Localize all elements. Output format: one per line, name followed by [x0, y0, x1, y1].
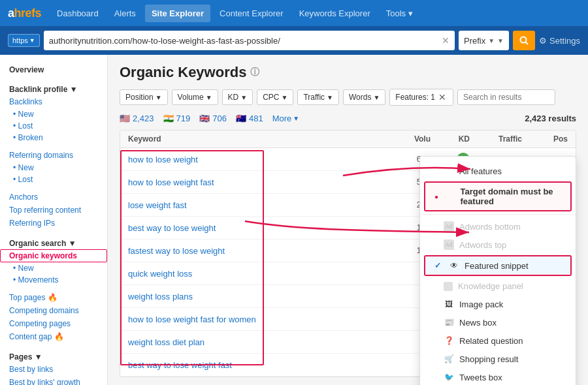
results-count: 2,423 results [525, 114, 576, 123]
nav-site-explorer[interactable]: Site Explorer [145, 5, 210, 22]
keyword-link-2[interactable]: lose weight fast [128, 200, 391, 210]
dropdown-image-pack[interactable]: 🖼 Image pack [420, 295, 576, 313]
sidebar-item-competing-domains[interactable]: Competing domains [0, 304, 107, 317]
filter-traffic[interactable]: Traffic [297, 89, 339, 105]
nav-keywords-explorer[interactable]: Keywords Explorer [293, 5, 377, 22]
keyword-link-4[interactable]: fastest way to lose weight [128, 246, 391, 256]
sidebar-item-content-gap[interactable]: Content gap [0, 330, 107, 343]
sidebar-sub-organic-movements[interactable]: Movements [0, 274, 107, 286]
svg-point-0 [521, 37, 527, 43]
dropdown-tweets-box[interactable]: 🐦 Tweets box [420, 368, 576, 385]
keyword-link-3[interactable]: best way to lose weight [128, 223, 391, 233]
sidebar-organic-search-title[interactable]: Organic search ▼ [0, 235, 107, 249]
dropdown-adwords-top[interactable]: Ad Adwords top [420, 236, 576, 254]
top-nav: ahrefs Dashboard Alerts Site Explorer Co… [0, 0, 588, 26]
flag-in[interactable]: 🇮🇳 719 [163, 114, 191, 123]
sidebar-pages-title[interactable]: Pages ▼ [0, 348, 107, 363]
dropdown-shopping-result[interactable]: 🛒 Shopping result [420, 350, 576, 368]
dropdown-knowledge-panel[interactable]: Knowledge panel [420, 277, 576, 295]
dropdown-all-features[interactable]: All features [420, 162, 576, 180]
dropdown-related-question[interactable]: ❓ Related question [420, 331, 576, 350]
filter-words[interactable]: Words [343, 89, 385, 105]
sidebar-sub-organic-new[interactable]: New [0, 262, 107, 274]
sidebar-item-referring-ips[interactable]: Referring IPs [0, 217, 107, 230]
sidebar-item-referring-domains[interactable]: Referring domains [0, 149, 107, 162]
nav-dashboard[interactable]: Dashboard [50, 5, 105, 22]
keyword-link-8[interactable]: weight loss diet plan [128, 337, 391, 347]
filter-features-close[interactable]: ✕ [437, 92, 448, 102]
sidebar-sub-backlinks-lost[interactable]: Lost [0, 120, 107, 132]
content-area: Organic Keywords ⓘ Position Volume KD CP… [108, 55, 588, 385]
sidebar-item-best-by-links[interactable]: Best by links [0, 363, 107, 376]
keyword-link-0[interactable]: how to lose weight [128, 155, 391, 164]
clear-url-button[interactable]: ✕ [442, 35, 449, 46]
settings-button[interactable]: ⚙ Settings [539, 36, 580, 46]
page-title: Organic Keywords ⓘ [120, 64, 576, 81]
protocol-selector[interactable]: https [8, 34, 40, 47]
sidebar-item-organic-keywords[interactable]: Organic keywords [0, 249, 107, 262]
sidebar-overview: Overview [0, 61, 107, 76]
table-header: Keyword Volu KD Traffic Pos [120, 131, 576, 148]
svg-line-1 [526, 42, 529, 45]
target-domain-box: ● Target domain must be featured [424, 181, 572, 211]
flag-au[interactable]: 🇦🇺 481 [236, 114, 263, 123]
url-bar: https ✕ Prefix ▼ ⚙ Settings [0, 26, 588, 55]
flags-row: 🇺🇸 2,423 🇮🇳 719 🇬🇧 706 🇦🇺 481 More 2,423… [120, 114, 576, 123]
dropdown-featured-snippet[interactable]: ✓ 👁 Featured snippet [425, 256, 570, 275]
main-layout: Overview Backlink profile ▼ Backlinks Ne… [0, 55, 588, 385]
page-title-info-icon[interactable]: ⓘ [250, 67, 259, 78]
flag-gb[interactable]: 🇬🇧 706 [199, 114, 227, 123]
dropdown-news-box[interactable]: 📰 News box [420, 313, 576, 331]
keyword-link-5[interactable]: quick weight loss [128, 269, 391, 279]
filter-kd[interactable]: KD [222, 89, 253, 105]
nav-content-explorer[interactable]: Content Explorer [213, 5, 290, 22]
filter-volume[interactable]: Volume [172, 89, 218, 105]
flag-us[interactable]: 🇺🇸 2,423 [120, 114, 154, 123]
search-icon [519, 35, 529, 46]
sidebar-item-best-by-growth[interactable]: Best by links' growth [0, 376, 107, 385]
sidebar: Overview Backlink profile ▼ Backlinks Ne… [0, 55, 108, 385]
nav-alerts[interactable]: Alerts [108, 5, 142, 22]
keyword-link-1[interactable]: how to lose weight fast [128, 177, 391, 187]
sidebar-item-backlinks[interactable]: Backlinks [0, 95, 107, 108]
prefix-selector[interactable]: Prefix ▼ [459, 31, 509, 50]
featured-snippet-box: ✓ 👁 Featured snippet [424, 255, 572, 276]
keyword-link-9[interactable]: best way to lose weight fast [128, 360, 391, 370]
filter-bar: Position Volume KD CPC Traffic Words Fea… [120, 89, 576, 106]
sidebar-item-top-referring[interactable]: Top referring content [0, 204, 107, 217]
filter-features[interactable]: Features: 1 ✕ [389, 89, 453, 106]
search-results-input[interactable] [457, 89, 555, 105]
sidebar-item-competing-pages[interactable]: Competing pages [0, 317, 107, 330]
features-dropdown: All features ● Target domain must be fea… [419, 156, 576, 385]
dropdown-target-domain[interactable]: ● Target domain must be featured [425, 183, 570, 210]
sidebar-sub-ref-lost[interactable]: Lost [0, 174, 107, 185]
sidebar-item-top-pages[interactable]: Top pages [0, 291, 107, 304]
url-input[interactable] [49, 36, 439, 46]
keyword-link-7[interactable]: how to lose weight fast for women [128, 315, 391, 324]
sidebar-sub-backlinks-broken[interactable]: Broken [0, 132, 107, 144]
filter-cpc[interactable]: CPC [257, 89, 293, 105]
dropdown-adwords-bottom[interactable]: Ad Adwords bottom [420, 217, 576, 236]
url-input-wrap: ✕ [44, 31, 455, 50]
keyword-link-6[interactable]: weight loss plans [128, 292, 391, 301]
sidebar-backlink-profile-title[interactable]: Backlink profile ▼ [0, 81, 107, 95]
more-flags-button[interactable]: More [272, 114, 300, 123]
sidebar-sub-ref-new[interactable]: New [0, 162, 107, 174]
sidebar-item-anchors[interactable]: Anchors [0, 191, 107, 204]
sidebar-sub-backlinks-new[interactable]: New [0, 108, 107, 120]
nav-tools[interactable]: Tools ▾ [380, 5, 419, 22]
filter-position[interactable]: Position [120, 89, 168, 105]
search-button[interactable] [513, 31, 535, 50]
logo[interactable]: ahrefs [8, 7, 41, 20]
